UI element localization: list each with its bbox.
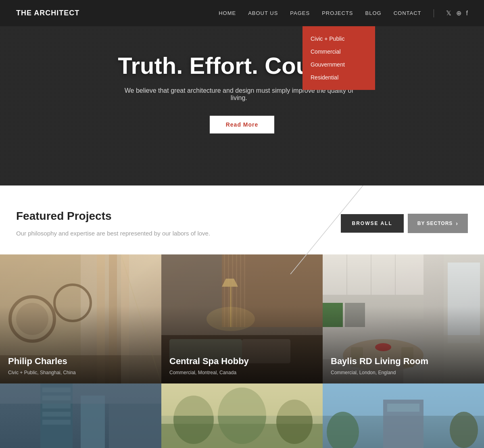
dropdown-gouvernment[interactable]: Gouvernment xyxy=(302,58,375,71)
svg-rect-10 xyxy=(63,32,65,173)
featured-title: Featured Projects xyxy=(16,210,210,223)
dropdown-civic[interactable]: Civic + Public xyxy=(302,32,375,45)
featured-description: Our philosophy and expertise are best re… xyxy=(16,229,210,238)
featured-left: Featured Projects Our philosophy and exp… xyxy=(16,210,210,238)
svg-point-19 xyxy=(109,163,173,168)
svg-rect-7 xyxy=(53,32,55,173)
card-info-baylis: Baylis RD Living Room Commercial, London… xyxy=(323,348,484,383)
svg-rect-9 xyxy=(59,32,61,173)
twitter-icon[interactable]: 𝕏 xyxy=(446,9,451,17)
svg-rect-8 xyxy=(56,32,58,173)
facebook-icon[interactable]: f xyxy=(466,10,468,17)
nav-pages[interactable]: PAGES xyxy=(290,10,310,16)
svg-rect-6 xyxy=(50,32,52,173)
nav-contact[interactable]: CONTACT xyxy=(394,10,421,16)
by-sectors-button[interactable]: BY SECTORS › xyxy=(408,214,468,233)
hero-section: Truth. Effort. Courage. We believe that … xyxy=(0,0,484,185)
card-info-spa: Central Spa Hobby Commercial, Montreal, … xyxy=(161,348,323,383)
svg-line-22 xyxy=(290,185,363,274)
header: THE ARCHITECT HOME ABOUT US PAGES PROJEC… xyxy=(0,0,484,26)
main-nav: HOME ABOUT US PAGES PROJECTS BLOG CONTAC… xyxy=(219,9,468,17)
svg-point-20 xyxy=(182,156,222,162)
dribbble-icon[interactable]: ⊕ xyxy=(456,9,461,17)
project-meta-philip: Civic + Public, Shanghai, China xyxy=(8,370,153,375)
svg-rect-5 xyxy=(48,28,85,185)
nav-home[interactable]: HOME xyxy=(219,10,236,16)
svg-rect-16 xyxy=(424,40,484,185)
project-title-philip: Philip Charles xyxy=(8,356,153,367)
dropdown-commercial[interactable]: Commercial xyxy=(302,45,375,58)
nav-about[interactable]: ABOUT US xyxy=(248,10,278,16)
svg-rect-71 xyxy=(42,420,71,425)
read-more-button[interactable]: Read More xyxy=(210,116,275,133)
project-meta-baylis: Commercial, London, England xyxy=(331,370,476,375)
project-card-bottom-2[interactable] xyxy=(161,383,323,448)
svg-rect-17 xyxy=(0,137,484,185)
svg-point-18 xyxy=(56,158,105,165)
svg-rect-80 xyxy=(161,383,323,416)
project-card-philip[interactable]: Philip Charles Civic + Public, Shanghai,… xyxy=(0,254,161,383)
chevron-right-icon: › xyxy=(456,220,458,227)
svg-rect-69 xyxy=(42,404,71,408)
featured-section: Featured Projects Our philosophy and exp… xyxy=(0,185,484,254)
svg-rect-70 xyxy=(42,412,71,417)
nav-blog[interactable]: BLOG xyxy=(365,10,382,16)
project-meta-spa: Commercial, Montreal, Canada xyxy=(169,370,315,375)
svg-rect-2 xyxy=(22,20,54,185)
nav-divider xyxy=(434,9,434,17)
card-info-philip: Philip Charles Civic + Public, Shanghai,… xyxy=(0,348,161,383)
project-title-spa: Central Spa Hobby xyxy=(169,356,315,367)
projects-dropdown: Civic + Public Commercial Gouvernment Re… xyxy=(302,26,375,90)
nav-projects[interactable]: PROJECTS xyxy=(322,10,353,16)
dropdown-residential[interactable]: Residential xyxy=(302,71,375,84)
svg-rect-84 xyxy=(387,404,419,412)
svg-rect-73 xyxy=(109,404,161,448)
project-card-bottom-1[interactable] xyxy=(0,383,161,448)
social-links: 𝕏 ⊕ f xyxy=(446,9,468,17)
projects-grid: Philip Charles Civic + Public, Shanghai,… xyxy=(0,254,484,383)
svg-rect-3 xyxy=(52,40,73,185)
project-card-bottom-3[interactable] xyxy=(323,383,484,448)
svg-rect-74 xyxy=(0,383,161,404)
site-logo[interactable]: THE ARCHITECT xyxy=(16,9,79,17)
svg-rect-1 xyxy=(0,32,24,185)
project-title-baylis: Baylis RD Living Room xyxy=(331,356,476,367)
diagonal-decoration xyxy=(250,185,371,274)
projects-grid-bottom xyxy=(0,383,484,448)
svg-point-86 xyxy=(450,412,478,448)
